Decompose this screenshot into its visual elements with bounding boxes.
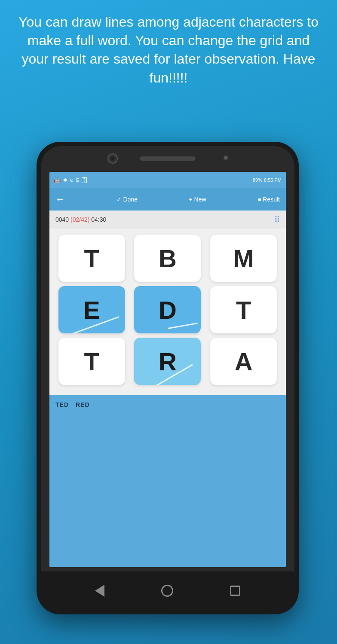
cell-letter: R bbox=[159, 347, 177, 376]
phone-frame: 🤖 ✱ ⊙ E ? 89% 8:55 PM ← bbox=[37, 142, 299, 614]
cell-e[interactable]: E bbox=[58, 286, 125, 333]
grid-row-2: E D T bbox=[54, 286, 282, 333]
android-notification-icon: 🤖 bbox=[54, 177, 61, 183]
phone-speaker bbox=[140, 156, 196, 161]
grid-row-1: T B M bbox=[54, 235, 282, 282]
time-display: 8:55 PM bbox=[264, 177, 282, 183]
cell-letter: T bbox=[236, 296, 251, 324]
phone-dot bbox=[224, 156, 228, 160]
lock-icon: ? bbox=[82, 177, 87, 183]
status-right: 89% 8:55 PM bbox=[253, 177, 282, 183]
cell-letter: A bbox=[235, 347, 253, 376]
done-button[interactable]: ✓ Done bbox=[116, 196, 138, 203]
phone-inner: 🤖 ✱ ⊙ E ? 89% 8:55 PM ← bbox=[41, 146, 294, 610]
header-description: You can draw lines among adjacent charac… bbox=[0, 0, 337, 96]
action-bar: ← ✓ Done + New ≡ Result bbox=[49, 188, 286, 211]
status-left: 🤖 ✱ ⊙ E ? bbox=[54, 177, 87, 183]
puzzle-id: 0040 bbox=[55, 216, 69, 223]
battery-level: 89% bbox=[253, 177, 262, 183]
nav-recent-button[interactable] bbox=[230, 586, 240, 596]
puzzle-header: 0040 (02/42) 04:30 ⠿ bbox=[49, 211, 286, 229]
status-bar: 🤖 ✱ ⊙ E ? 89% 8:55 PM bbox=[49, 172, 286, 188]
puzzle-timer: 04:30 bbox=[91, 216, 106, 223]
result-button[interactable]: ≡ Result bbox=[257, 196, 280, 203]
alarm-icon: ⊙ bbox=[70, 177, 74, 183]
grid-row-3: T R A bbox=[54, 338, 282, 385]
nav-back-button[interactable] bbox=[95, 585, 104, 597]
cell-letter: T bbox=[84, 347, 99, 376]
cell-d[interactable]: D bbox=[134, 286, 201, 333]
back-arrow-icon: ← bbox=[55, 194, 65, 205]
new-button[interactable]: + New bbox=[189, 196, 206, 203]
bluetooth-icon: ✱ bbox=[63, 177, 67, 183]
cell-m[interactable]: M bbox=[210, 235, 277, 282]
done-label: ✓ Done bbox=[116, 196, 138, 203]
found-word-1: TED bbox=[55, 401, 69, 408]
back-button[interactable]: ← bbox=[55, 194, 65, 205]
blue-bottom-area bbox=[49, 414, 286, 567]
phone-camera bbox=[107, 153, 118, 164]
cell-letter: M bbox=[233, 244, 254, 273]
cell-letter: T bbox=[84, 244, 99, 273]
puzzle-info: 0040 (02/42) 04:30 bbox=[55, 216, 106, 223]
cell-r[interactable]: R bbox=[134, 338, 201, 385]
game-area: T B M E bbox=[49, 229, 286, 395]
cell-t2[interactable]: T bbox=[210, 286, 277, 333]
phone-nav bbox=[41, 571, 294, 610]
result-label: Result bbox=[263, 196, 280, 203]
cell-t1[interactable]: T bbox=[58, 235, 125, 282]
found-words-bar: TED RED bbox=[49, 395, 286, 414]
grid-settings-icon[interactable]: ⠿ bbox=[274, 215, 280, 224]
cell-letter: D bbox=[159, 296, 177, 324]
signal-icon: E bbox=[76, 177, 79, 183]
phone-screen: 🤖 ✱ ⊙ E ? 89% 8:55 PM ← bbox=[49, 172, 286, 567]
cell-a[interactable]: A bbox=[210, 338, 277, 385]
cell-b[interactable]: B bbox=[134, 235, 201, 282]
found-word-2: RED bbox=[76, 401, 90, 408]
new-label: + New bbox=[189, 196, 206, 203]
nav-home-button[interactable] bbox=[161, 585, 173, 597]
cell-letter: B bbox=[159, 244, 177, 273]
cell-t3[interactable]: T bbox=[58, 338, 125, 385]
puzzle-count: (02/42) bbox=[70, 216, 89, 223]
result-icon: ≡ bbox=[257, 196, 261, 203]
cell-letter: E bbox=[83, 296, 100, 324]
